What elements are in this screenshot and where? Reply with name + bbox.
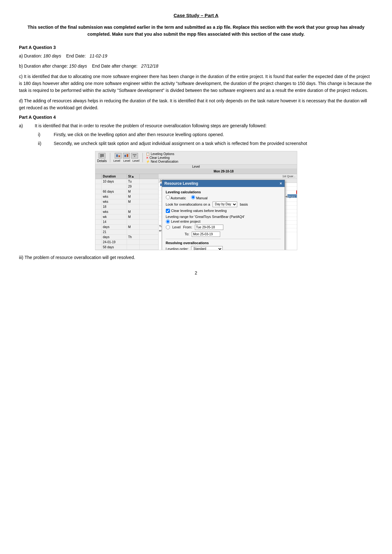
table-row-sub2: 18 [95,204,158,209]
gantt-quarter: 1st Quar... [159,174,297,179]
table-row-3: wks M [95,194,158,199]
from-label: From: [183,225,192,229]
q3-b-label: b) [19,63,23,69]
q4-step-iii: iii) The problem of resource overallocat… [19,254,373,261]
q4-a-label: a) [19,122,35,129]
dialog-title-bar: Resource Leveling × [162,180,285,187]
to-input[interactable] [192,232,220,237]
leveling-options-group: 📋 Leveling Options ✕ Clear Leveling ⚡ Ne… [146,152,178,163]
manual-radio-label[interactable]: Manual [191,195,208,200]
basis-label: basis [240,202,248,206]
clear-leveling-checkbox[interactable] [166,209,170,213]
page-title: Case Study – Part A [19,13,373,18]
svg-rect-0 [100,154,104,155]
leveling-order-label: Leveling order: [166,247,189,250]
level-entire-row: Level entire project [166,220,281,224]
q3-b-duration: 150 days [69,63,87,69]
dialog-body: Leveling calculations Automatic Manual [162,187,285,250]
clear-leveling-label[interactable]: Clear Leveling [149,156,170,160]
manual-radio[interactable] [191,195,195,199]
svg-rect-4 [116,154,118,157]
page-number: 2 [19,270,373,275]
divider1 [166,239,281,239]
q3-b-end-label: End Date after change: [92,63,137,69]
clear-leveling-values-label: Clear leveling values before leveling [171,209,227,213]
overalloc-row: Look for overallocations on a Day by Day… [166,202,281,207]
svg-rect-6 [124,155,126,157]
q3-d: d) The adding of resources always helps … [19,97,373,111]
level-subtoolbar-label: Level [192,165,200,168]
resource-leveling-dialog: Resource Leveling × Leveling calculation… [162,180,285,250]
q4-a-text: It is identified that that in order to r… [35,122,373,129]
q3-heading: Part A Question 3 [19,45,373,50]
details-icon[interactable] [99,153,106,159]
level-subtoolbar: Level [95,165,297,169]
leveling-calc-label: Leveling calculations [166,190,281,194]
q4-steps: i) Firstly, we click on the levelling op… [38,131,373,147]
level-to-row: To: [166,232,281,237]
level-range-radio[interactable] [166,225,170,229]
table-row-4: wks M [95,199,158,204]
q4-heading: Part A Question 4 [19,115,373,120]
leveling-mode-radios: Automatic Manual [166,195,281,200]
table-row-sub4: 21 [95,230,158,235]
details-group: Details [97,153,107,163]
th-duration: Duration [102,174,127,179]
leveling-range-label: Leveling range for 'GreatToys SmartBear … [166,215,281,219]
gantt-date: Mon 29-10-18 [214,170,233,173]
level-entire-radio[interactable] [166,220,170,224]
leveling-options-icon: 📋 [146,152,150,156]
next-overalloc-icon: ⚡ [146,160,150,163]
next-overalloc-label[interactable]: Next Overallocation [151,160,178,163]
automatic-radio-label[interactable]: Automatic [166,195,186,200]
electro-bar: Electro [287,194,297,198]
from-input[interactable] [195,225,223,230]
level-icon3[interactable] [131,153,138,159]
q3-a-end-label: End Date: [66,53,86,58]
sep1 [110,153,110,162]
svg-rect-5 [118,155,120,157]
level-label: Level [172,225,181,229]
clear-leveling-checkbox-row: Clear leveling values before leveling [166,209,281,213]
table-left: Duration St▲ 10 days Tu 29 66 days M [95,174,159,250]
table-row-5: wks M [95,209,158,214]
level-icon1[interactable] [115,153,122,159]
q3-a-end-date: 11-02-19 [89,53,107,58]
table-row-8: days Th [95,235,158,240]
manual-label: Manual [196,196,208,200]
th-id [95,174,102,179]
table-row-sub1: 29 [95,184,158,189]
resolving-label: Resolving overallocations [166,241,281,245]
table-row-9: 58 days [95,245,158,250]
leveling-order-select[interactable]: Standard [191,246,223,250]
level-icon2[interactable] [123,153,130,159]
q3-c-label: c) [19,74,23,79]
q3-a: a) Duration: 180 days End Date: 11-02-19 [19,52,373,59]
screenshot: Details Level Level Level 📋 [95,151,297,250]
table-header: Duration St▲ [95,174,158,179]
clear-leveling-icon: ✕ [146,156,148,160]
svg-rect-7 [127,154,128,157]
q4-a: a) It is identified that that in order t… [19,122,373,129]
automatic-radio[interactable] [166,195,170,199]
electro-label: Electro [287,195,295,198]
content-area: Duration St▲ 10 days Tu 29 66 days M [95,174,297,250]
q4-step-ii-text: Secondly, we uncheck split task option a… [54,140,373,147]
q3-d-label: d) [19,98,23,103]
table-row-6: wk M [95,214,158,220]
leveling-options-label[interactable]: Leveling Options [151,152,174,156]
svg-rect-2 [100,156,104,157]
table-row-2: 66 days M [95,189,158,194]
table-row-sub3: 14 [95,220,158,225]
th-start: St▲ [127,174,140,179]
day-by-day-select[interactable]: Day by Day [213,202,237,207]
to-label: To: [185,232,190,236]
svg-rect-1 [100,155,104,156]
q4-step-ii: ii) Secondly, we uncheck split task opti… [38,140,373,147]
level-icons [115,153,138,159]
sep2 [142,153,143,162]
svg-rect-3 [100,157,102,157]
dialog-title-text: Resource Leveling [165,181,198,186]
dialog-close-btn[interactable]: × [280,181,282,186]
table-row-1: 10 days Tu [95,179,158,184]
